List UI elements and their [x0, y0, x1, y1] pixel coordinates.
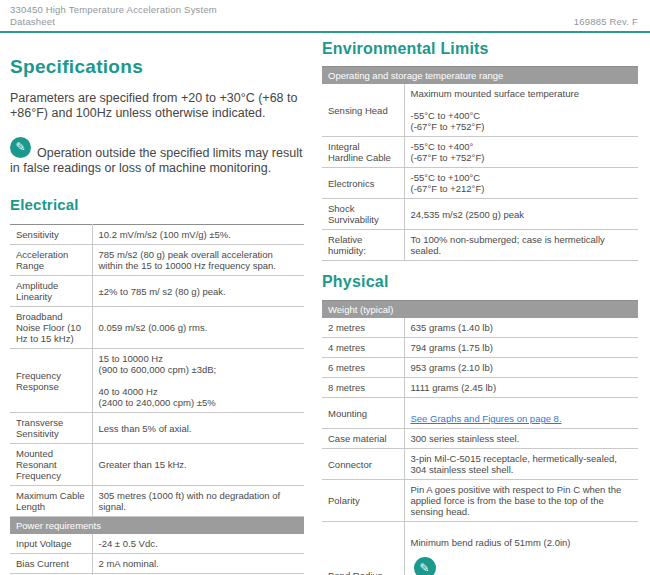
datasheet-page: 330450 High Temperature Acceleration Sys…	[0, 0, 650, 575]
spec-value: 24,535 m/s2 (2500 g) peak	[404, 199, 638, 230]
spec-label: Sensing Head	[322, 84, 404, 137]
power-requirements-subheader: Power requirements	[10, 517, 304, 534]
pencil-icon: ✎	[10, 137, 31, 158]
temperature-range-subheader: Operating and storage temperature range	[322, 67, 638, 84]
spec-label: Maximum Cable Length	[10, 486, 92, 517]
spec-label: Electronics	[322, 168, 404, 199]
table-row: Sensitivity 10.2 mV/m/s2 (100 mV/g) ±5%.	[10, 225, 304, 245]
operation-note: ✎Operation outside the specified limits …	[10, 146, 304, 176]
spec-label: 2 metres	[322, 318, 404, 338]
spec-label: Bias Current	[10, 554, 92, 574]
table-row: Transverse Sensitivity Less than 5% of a…	[10, 413, 304, 444]
subheader-label: Weight (typical)	[322, 301, 638, 318]
specifications-title: Specifications	[10, 56, 304, 78]
spec-value: -24 ± 0.5 Vdc.	[92, 534, 304, 554]
physical-title: Physical	[322, 273, 638, 291]
table-row: Amplitude Linearity ±2% to 785 m/ s2 (80…	[10, 276, 304, 307]
spec-label: Transverse Sensitivity	[10, 413, 92, 444]
spec-label: 4 metres	[322, 338, 404, 358]
spec-value: -55°C to +100°C (-67°F to +212°F)	[404, 168, 638, 199]
spec-value: 0.059 m/s2 (0.006 g) rms.	[92, 307, 304, 349]
spec-value: Pin A goes positive with respect to Pin …	[404, 480, 638, 522]
spec-label: Connector	[322, 449, 404, 480]
electrical-table: Sensitivity 10.2 mV/m/s2 (100 mV/g) ±5%.…	[10, 224, 304, 575]
table-row: Acceleration Range 785 m/s2 (80 g) peak …	[10, 245, 304, 276]
spec-value: To 100% non-submerged; case is hermetica…	[404, 230, 638, 261]
table-row: Relative humidity: To 100% non-submerged…	[322, 230, 638, 261]
spec-value: 300 series stainless steel.	[404, 429, 638, 449]
spec-value: 15 to 10000 Hz (900 to 600,000 cpm) ±3dB…	[92, 349, 304, 413]
bend-radius-row: Bend Radius Minimum bend radius of 51mm …	[322, 522, 638, 575]
table-row: Integral Hardline Cable -55°C to +400° (…	[322, 137, 638, 168]
header-doc-number: 169885 Rev. F	[574, 16, 638, 28]
table-row: 6 metres 953 grams (2.10 lb)	[322, 358, 638, 378]
spec-label: Broadband Noise Floor (10 Hz to 15 kHz)	[10, 307, 92, 349]
table-row: Frequency Response 15 to 10000 Hz (900 t…	[10, 349, 304, 413]
header-title-line2: Datasheet	[10, 16, 217, 28]
spec-value: See Graphs and Figures on page 8.	[404, 398, 638, 429]
subheader-label: Power requirements	[10, 517, 304, 534]
spec-value: Minimum bend radius of 51mm (2.0in) ✎Ple…	[404, 522, 638, 575]
table-row: Electronics -55°C to +100°C (-67°F to +2…	[322, 168, 638, 199]
spec-label: Bend Radius	[322, 522, 404, 575]
spec-value: 3-pin Mil-C-5015 receptacle, hermeticall…	[404, 449, 638, 480]
spec-value: 635 grams (1.40 lb)	[404, 318, 638, 338]
spec-label: Sensitivity	[10, 225, 92, 245]
bend-radius-value: Minimum bend radius of 51mm (2.0in)	[411, 537, 633, 548]
spec-value: 785 m/s2 (80 g) peak overall acceleratio…	[92, 245, 304, 276]
environmental-limits-title: Environmental Limits	[322, 40, 638, 58]
left-column: Specifications Parameters are specified …	[10, 33, 322, 575]
table-row: 4 metres 794 grams (1.75 lb)	[322, 338, 638, 358]
spec-value: ±2% to 785 m/ s2 (80 g) peak.	[92, 276, 304, 307]
table-row: Input Voltage -24 ± 0.5 Vdc.	[10, 534, 304, 554]
spec-label: 6 metres	[322, 358, 404, 378]
spec-label: Polarity	[322, 480, 404, 522]
graphs-figures-link[interactable]: See Graphs and Figures on page 8.	[411, 413, 562, 424]
table-row: Polarity Pin A goes positive with respec…	[322, 480, 638, 522]
spec-label: Acceleration Range	[10, 245, 92, 276]
spec-value: 1111 grams (2.45 lb)	[404, 378, 638, 398]
spec-value: 10.2 mV/m/s2 (100 mV/g) ±5%.	[92, 225, 304, 245]
header-title-line1: 330450 High Temperature Acceleration Sys…	[10, 4, 217, 16]
table-row: Maximum Cable Length 305 metres (1000 ft…	[10, 486, 304, 517]
spec-value: Greater than 15 kHz.	[92, 444, 304, 486]
specifications-intro: Parameters are specified from +20 to +30…	[10, 91, 304, 121]
table-row: Shock Survivability 24,535 m/s2 (2500 g)…	[322, 199, 638, 230]
weight-typical-subheader: Weight (typical)	[322, 301, 638, 318]
spec-label: Case material	[322, 429, 404, 449]
table-row: Case material 300 series stainless steel…	[322, 429, 638, 449]
spec-value: -55°C to +400° (-67°F to +752°F)	[404, 137, 638, 168]
subheader-label: Operating and storage temperature range	[322, 67, 638, 84]
physical-table: Weight (typical) 2 metres 635 grams (1.4…	[322, 300, 638, 575]
pencil-icon: ✎	[414, 557, 436, 575]
page-header: 330450 High Temperature Acceleration Sys…	[0, 0, 650, 33]
table-row: 2 metres 635 grams (1.40 lb)	[322, 318, 638, 338]
spec-value: Less than 5% of axial.	[92, 413, 304, 444]
spec-value: 2 mA nominal.	[92, 554, 304, 574]
bend-radius-note: ✎Please read and understand the 330450 U…	[411, 570, 633, 575]
spec-label: 8 metres	[322, 378, 404, 398]
table-row: Bias Current 2 mA nominal.	[10, 554, 304, 574]
spec-label: Frequency Response	[10, 349, 92, 413]
table-row: 8 metres 1111 grams (2.45 lb)	[322, 378, 638, 398]
header-title-block: 330450 High Temperature Acceleration Sys…	[10, 4, 217, 27]
table-row: Mounting See Graphs and Figures on page …	[322, 398, 638, 429]
spec-label: Shock Survivability	[322, 199, 404, 230]
spec-value: 305 metres (1000 ft) with no degradation…	[92, 486, 304, 517]
table-row: Mounted Resonant Frequency Greater than …	[10, 444, 304, 486]
spec-label: Integral Hardline Cable	[322, 137, 404, 168]
spec-value: 953 grams (2.10 lb)	[404, 358, 638, 378]
right-column: Environmental Limits Operating and stora…	[322, 33, 638, 575]
environmental-table: Operating and storage temperature range …	[322, 66, 638, 261]
table-row: Connector 3-pin Mil-C-5015 receptacle, h…	[322, 449, 638, 480]
operation-note-text: Operation outside the specified limits m…	[10, 146, 302, 175]
spec-label: Mounting	[322, 398, 404, 429]
two-column-layout: Specifications Parameters are specified …	[0, 33, 650, 575]
spec-label: Amplitude Linearity	[10, 276, 92, 307]
spec-label: Relative humidity:	[322, 230, 404, 261]
spec-label: Input Voltage	[10, 534, 92, 554]
spec-label: Mounted Resonant Frequency	[10, 444, 92, 486]
spec-value: 794 grams (1.75 lb)	[404, 338, 638, 358]
table-row: Sensing Head Maximum mounted surface tem…	[322, 84, 638, 137]
table-row: Broadband Noise Floor (10 Hz to 15 kHz) …	[10, 307, 304, 349]
